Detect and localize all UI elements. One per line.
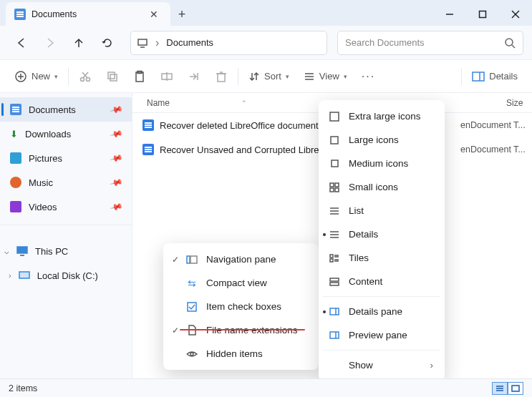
chevron-down-icon: ▾ — [344, 73, 347, 80]
sidebar-item-label: Downloads — [25, 129, 71, 139]
sidebar-item-label: Music — [29, 177, 53, 188]
menu-item-compact-view[interactable]: ⇆ Compact view — [163, 271, 319, 295]
sidebar-item-pictures[interactable]: Pictures 📌 — [0, 146, 132, 170]
forward-button[interactable] — [37, 31, 63, 55]
details-pane-button[interactable]: Details — [465, 64, 525, 89]
svg-rect-64 — [512, 386, 519, 391]
menu-item-hidden-items[interactable]: Hidden items — [163, 342, 319, 366]
navigation-pane-icon — [186, 254, 198, 265]
svg-rect-4 — [138, 39, 147, 45]
new-tab-button[interactable]: + — [170, 3, 193, 26]
menu-item-content[interactable]: Content — [319, 270, 445, 293]
svg-rect-56 — [330, 283, 339, 285]
menu-label: Details — [349, 229, 378, 240]
svg-rect-55 — [330, 278, 339, 281]
svg-rect-52 — [330, 259, 333, 262]
svg-rect-38 — [332, 160, 338, 167]
more-button[interactable]: ··· — [354, 64, 382, 89]
cut-button[interactable] — [72, 64, 99, 89]
svg-rect-33 — [190, 256, 197, 263]
menu-label: Preview pane — [349, 330, 407, 340]
up-button[interactable] — [66, 31, 92, 55]
sidebar-item-this-pc[interactable]: ⌵ This PC — [0, 239, 132, 263]
new-button[interactable]: New ▾ — [7, 64, 65, 89]
window-tab[interactable]: Documents ✕ — [6, 2, 170, 26]
documents-icon — [10, 104, 21, 115]
menu-item-medium-icons[interactable]: Medium icons — [319, 152, 445, 175]
chevron-right-icon: › — [155, 36, 159, 49]
menu-separator — [323, 350, 440, 351]
monitor-icon — [16, 245, 28, 257]
details-icon — [329, 229, 340, 240]
menu-item-large-icons[interactable]: Large icons — [319, 128, 445, 152]
rename-button[interactable] — [153, 64, 180, 89]
sidebar-item-label: Local Disk (C:) — [37, 270, 98, 281]
minimize-button[interactable] — [433, 3, 466, 26]
svg-line-14 — [82, 72, 87, 78]
svg-rect-37 — [331, 137, 338, 144]
compact-view-icon: ⇆ — [186, 278, 198, 289]
chevron-down-icon: ▾ — [286, 73, 289, 80]
menu-item-extra-large-icons[interactable]: Extra large icons — [319, 104, 445, 128]
menu-item-tiles[interactable]: Tiles — [319, 246, 445, 270]
share-button[interactable] — [180, 64, 208, 89]
thumbnails-view-toggle[interactable] — [508, 382, 523, 395]
svg-rect-40 — [335, 183, 339, 187]
close-window-button[interactable] — [499, 3, 532, 26]
svg-rect-32 — [187, 256, 190, 263]
maximize-button[interactable] — [466, 3, 499, 26]
details-view-toggle[interactable] — [492, 382, 508, 395]
delete-button[interactable] — [208, 64, 235, 89]
sidebar-item-label: This PC — [35, 246, 68, 257]
details-label: Details — [489, 71, 518, 82]
sidebar-item-documents[interactable]: Documents 📌 — [0, 97, 132, 122]
menu-item-show[interactable]: Show› — [319, 353, 445, 377]
svg-point-6 — [506, 39, 513, 46]
svg-rect-29 — [17, 247, 27, 253]
download-icon: ⬇ — [10, 129, 18, 139]
sidebar-item-music[interactable]: Music 📌 — [0, 170, 132, 195]
svg-line-7 — [512, 45, 515, 48]
sidebar-item-videos[interactable]: Videos 📌 — [0, 195, 132, 219]
menu-item-small-icons[interactable]: Small icons — [319, 175, 445, 199]
menu-item-item-checkboxes[interactable]: Item check boxes — [163, 295, 319, 318]
view-button[interactable]: View ▾ — [296, 64, 354, 89]
menu-item-preview-pane[interactable]: Preview pane — [319, 323, 445, 347]
file-type: enDocument T... — [460, 120, 532, 130]
annotation-underline — [180, 329, 305, 330]
menu-item-list[interactable]: List — [319, 199, 445, 222]
address-bar[interactable]: › Documents — [130, 31, 327, 55]
pin-icon: 📌 — [110, 102, 124, 117]
copy-button[interactable] — [99, 64, 126, 89]
menu-label: List — [349, 205, 364, 216]
sidebar-item-local-disk[interactable]: › Local Disk (C:) — [0, 263, 132, 288]
refresh-button[interactable] — [95, 31, 120, 55]
paste-button[interactable] — [126, 64, 153, 89]
search-input[interactable] — [345, 37, 504, 48]
eye-icon — [186, 348, 198, 360]
svg-rect-27 — [473, 72, 484, 81]
search-box[interactable] — [337, 31, 523, 55]
back-button[interactable] — [9, 31, 34, 55]
svg-rect-16 — [110, 74, 117, 81]
menu-item-details[interactable]: Details — [319, 222, 445, 246]
divider — [238, 68, 238, 85]
search-icon — [504, 37, 516, 49]
menu-label: Hidden items — [192, 348, 263, 359]
column-size-header[interactable]: Size — [506, 98, 532, 108]
menu-item-details-pane[interactable]: Details pane — [319, 300, 445, 323]
close-tab-icon[interactable]: ✕ — [146, 6, 162, 22]
column-type-header[interactable]: e — [435, 98, 506, 108]
svg-rect-41 — [330, 188, 334, 192]
svg-rect-36 — [330, 112, 339, 121]
sidebar-item-downloads[interactable]: ⬇ Downloads 📌 — [0, 122, 132, 146]
details-pane-icon — [329, 306, 340, 318]
svg-rect-57 — [330, 308, 339, 315]
sort-button[interactable]: Sort ▾ — [241, 64, 296, 89]
sidebar-item-label: Videos — [29, 202, 57, 212]
breadcrumb[interactable]: Documents — [166, 37, 213, 48]
navbar: › Documents — [0, 26, 532, 60]
menu-item-navigation-pane[interactable]: ✓ Navigation pane — [163, 247, 319, 271]
document-icon — [142, 144, 154, 155]
list-icon — [329, 205, 340, 217]
